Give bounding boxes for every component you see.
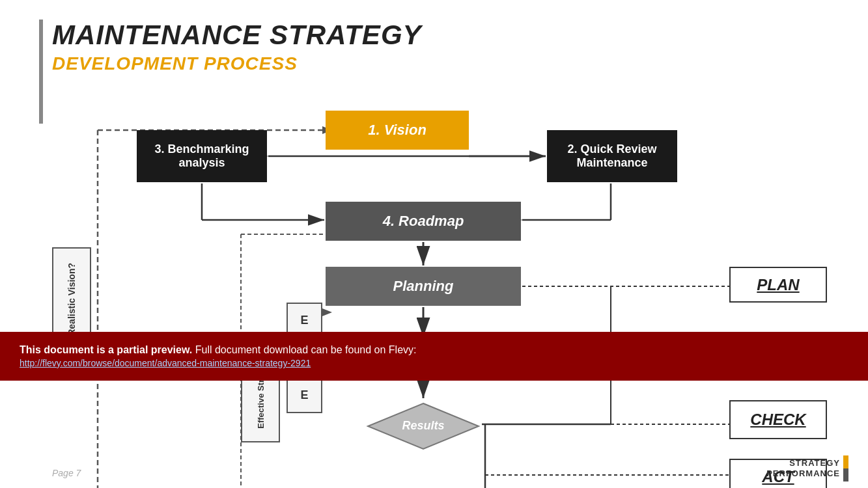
quick-review-box: 2. Quick Review Maintenance [547, 130, 677, 182]
banner-title: This document is a partial preview. Full… [20, 344, 848, 356]
small-e-box-lower: E [287, 377, 322, 413]
benchmarking-box: 3. Benchmarking analysis [137, 130, 267, 182]
e-label-lower: E [300, 388, 308, 402]
left-accent-bar [39, 20, 43, 124]
check-label-box: CHECK [729, 400, 827, 439]
planning-label: Planning [393, 278, 454, 295]
svg-text:Results: Results [402, 419, 444, 432]
roadmap-label: 4. Roadmap [383, 213, 464, 230]
realistic-vision-label: Realistic Vision? [66, 263, 77, 336]
plan-label-box: PLAN [729, 267, 827, 303]
logo-text-block: STRATEGY PERFORMANCE [766, 458, 840, 478]
qrm-label: 2. Quick Review Maintenance [552, 142, 672, 170]
logo-area: STRATEGY PERFORMANCE [766, 455, 848, 481]
slide-container: MAINTENANCE STRATEGY DEVELOPMENT PROCESS [0, 0, 868, 488]
logo-line1: STRATEGY [766, 458, 840, 468]
flow-diagram: 1. Vision 2. Quick Review Maintenance 3.… [52, 104, 833, 468]
results-diamond: Results [365, 400, 482, 452]
banner-link[interactable]: http://flevy.com/browse/document/advance… [20, 358, 848, 368]
planning-box: Planning [326, 267, 521, 306]
roadmap-box: 4. Roadmap [326, 202, 521, 241]
logo-line2: PERFORMANCE [766, 468, 840, 479]
vision-box: 1. Vision [326, 111, 469, 150]
banner-normal: Full document download can be found on F… [192, 344, 416, 355]
logo-strategy: STRATEGY [789, 458, 840, 468]
plan-label: PLAN [757, 276, 799, 294]
svg-marker-10 [322, 308, 332, 316]
check-label: CHECK [750, 411, 805, 429]
vision-label: 1. Vision [368, 122, 427, 139]
bench-label: 3. Benchmarking analysis [142, 142, 262, 170]
banner-bold: This document is a partial preview. [20, 344, 192, 355]
footer-page-number: Page 7 [52, 468, 81, 478]
title-area: MAINTENANCE STRATEGY DEVELOPMENT PROCESS [52, 20, 422, 74]
preview-banner: This document is a partial preview. Full… [0, 332, 868, 381]
main-title: MAINTENANCE STRATEGY [52, 20, 422, 51]
logo-bar [843, 455, 848, 481]
sub-title: DEVELOPMENT PROCESS [52, 53, 422, 74]
logo-performance: PERFORMANCE [766, 468, 840, 478]
e-label-upper: E [300, 314, 308, 327]
